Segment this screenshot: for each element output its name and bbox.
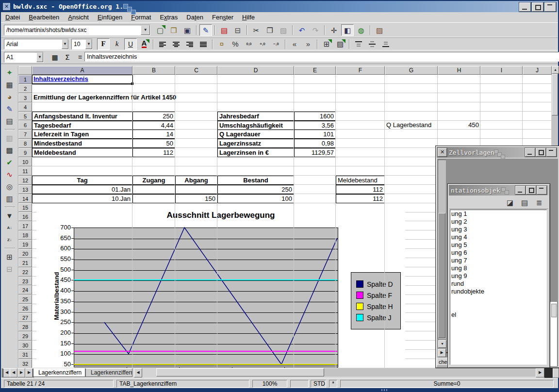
- menu-hilfe[interactable]: Hilfe: [238, 13, 259, 22]
- auto-spellcheck-icon[interactable]: ∿: [3, 169, 16, 180]
- sum-icon[interactable]: Σ: [62, 52, 73, 62]
- row-header-11[interactable]: 11: [18, 166, 32, 176]
- row-header-6[interactable]: 6: [18, 120, 32, 130]
- style-list-item[interactable]: el: [450, 311, 546, 319]
- style-list-item[interactable]: [450, 303, 546, 311]
- maximize-button[interactable]: [532, 2, 543, 12]
- row-header-30[interactable]: 30: [18, 341, 32, 350]
- row-header-9[interactable]: 9: [18, 148, 32, 157]
- cell-reference-input[interactable]: [4, 52, 36, 62]
- row-header-3[interactable]: 3: [18, 93, 32, 102]
- style-list-item[interactable]: ung 6: [450, 249, 546, 257]
- font-name-dropdown-icon[interactable]: ▼: [62, 39, 68, 49]
- align-justify-icon[interactable]: [197, 38, 210, 50]
- column-header-G[interactable]: G: [385, 66, 438, 75]
- select-all-corner[interactable]: [18, 66, 32, 75]
- column-header-J[interactable]: J: [523, 66, 552, 75]
- insert-icon[interactable]: ✦: [3, 67, 16, 78]
- stylist-icon[interactable]: ◧: [341, 24, 354, 36]
- status-insert-mode[interactable]: [290, 380, 309, 388]
- cell-C12[interactable]: Abgang: [175, 176, 217, 185]
- bold-icon[interactable]: F: [97, 38, 110, 50]
- equals-icon[interactable]: =: [75, 52, 85, 62]
- row-header-32[interactable]: 32: [18, 359, 32, 368]
- minimize-button[interactable]: [515, 186, 526, 195]
- row-header-24[interactable]: 24: [18, 285, 32, 294]
- new-document-icon[interactable]: ▢: [154, 24, 166, 36]
- row-header-1[interactable]: 1: [18, 75, 32, 84]
- italic-icon[interactable]: k: [111, 38, 123, 50]
- row-header-4[interactable]: 4: [18, 102, 32, 112]
- scroll-right-icon[interactable]: ▶: [536, 368, 544, 377]
- row-header-28[interactable]: 28: [18, 322, 32, 331]
- cell-F13[interactable]: 112: [336, 185, 385, 194]
- cell-D5[interactable]: Jahresbedarf: [217, 112, 294, 121]
- maximize-button[interactable]: [536, 148, 546, 157]
- stylist-scrollbar[interactable]: ▼: [438, 160, 446, 339]
- group-icon[interactable]: ⊞: [3, 251, 16, 262]
- style-list-item[interactable]: [450, 295, 546, 303]
- cell-A12[interactable]: Tag: [32, 176, 132, 185]
- cell-A8[interactable]: Mindestbestand: [32, 139, 132, 148]
- font-size-dropdown-icon[interactable]: ▼: [85, 39, 92, 49]
- sort-descending-icon[interactable]: Z↓: [3, 234, 16, 245]
- find-replace-icon[interactable]: ◎: [3, 181, 16, 192]
- font-name-input[interactable]: [4, 39, 62, 49]
- row-header-29[interactable]: 29: [18, 331, 32, 341]
- cell-D7[interactable]: Q Lagerdauer: [217, 130, 294, 139]
- form-functions-icon[interactable]: ▤: [3, 115, 16, 127]
- scroll-right-icon[interactable]: ▶: [438, 349, 446, 357]
- status-selection-mode[interactable]: STD: [311, 380, 326, 388]
- column-header-E[interactable]: E: [294, 66, 336, 75]
- row-header-22[interactable]: 22: [18, 267, 32, 277]
- insert-cells-icon[interactable]: ▦: [3, 79, 16, 90]
- status-page-style[interactable]: TAB_Lagerkennziffern: [116, 380, 249, 388]
- column-header-I[interactable]: I: [480, 66, 523, 75]
- scroll-up-icon[interactable]: ▲: [552, 66, 559, 74]
- add-decimal-icon[interactable]: +,0: [256, 38, 269, 50]
- row-header-19[interactable]: 19: [18, 240, 32, 249]
- valign-bottom-icon[interactable]: [379, 38, 392, 50]
- status-sum[interactable]: Summe=0: [340, 380, 554, 388]
- chart-object[interactable]: Ausschnitt Lagerbewegung Materialbestand…: [36, 210, 405, 368]
- close-icon[interactable]: ✕: [438, 148, 447, 157]
- column-header-B[interactable]: B: [132, 66, 175, 75]
- cell-F14[interactable]: 112: [336, 194, 385, 203]
- url-input[interactable]: [4, 25, 141, 35]
- minimize-button[interactable]: [525, 148, 535, 157]
- style-list[interactable]: ung 1ung 2ung 3ung 4ung 5ung 6ung 7ung 8…: [450, 210, 547, 365]
- cell-E9[interactable]: 1129,57: [294, 148, 336, 157]
- delete-decimal-icon[interactable]: −,0: [270, 38, 282, 50]
- menu-einfügen[interactable]: Einfügen: [93, 13, 127, 22]
- row-header-26[interactable]: 26: [18, 304, 32, 313]
- redo-icon[interactable]: ↷: [309, 24, 322, 36]
- cell-B12[interactable]: Zugang: [132, 176, 175, 185]
- row-header-17[interactable]: 17: [18, 221, 32, 230]
- cell-B14[interactable]: [132, 194, 175, 203]
- fill-format-mode-icon[interactable]: ◪: [504, 197, 516, 208]
- cell-C13[interactable]: [175, 185, 217, 194]
- column-header-H[interactable]: H: [438, 66, 480, 75]
- menu-ansicht[interactable]: Ansicht: [64, 13, 93, 22]
- hyperlink-dialog-icon[interactable]: ◍: [355, 24, 367, 36]
- cell-A13[interactable]: 01.Jan: [32, 185, 132, 194]
- cell-E5[interactable]: 1600: [294, 112, 336, 121]
- insert-float-frame-icon[interactable]: ▥: [3, 132, 16, 144]
- background-color-icon[interactable]: ▨: [334, 38, 346, 50]
- font-color-icon[interactable]: A: [138, 38, 150, 50]
- cell-A14[interactable]: 10.Jan: [32, 194, 132, 203]
- name-box[interactable]: ▼: [4, 52, 44, 63]
- row-header-10[interactable]: 10: [18, 157, 32, 166]
- paste-icon[interactable]: ▧: [277, 24, 290, 36]
- minimize-button[interactable]: [519, 2, 531, 12]
- row-header-5[interactable]: 5: [18, 112, 32, 121]
- cell-F12[interactable]: Meldebestand: [336, 176, 385, 185]
- undo-icon[interactable]: ↶: [296, 24, 308, 36]
- sort-ascending-icon[interactable]: A↓: [3, 222, 16, 233]
- scroll-down-icon[interactable]: ▼: [438, 340, 446, 348]
- export-pdf-icon[interactable]: ▤: [218, 24, 230, 36]
- stylist-title-bar[interactable]: ✕ Zellvorlagen: [437, 147, 559, 158]
- align-left-icon[interactable]: [156, 38, 169, 50]
- autofilter-icon[interactable]: ▼: [3, 210, 16, 221]
- row-header-21[interactable]: 21: [18, 258, 32, 267]
